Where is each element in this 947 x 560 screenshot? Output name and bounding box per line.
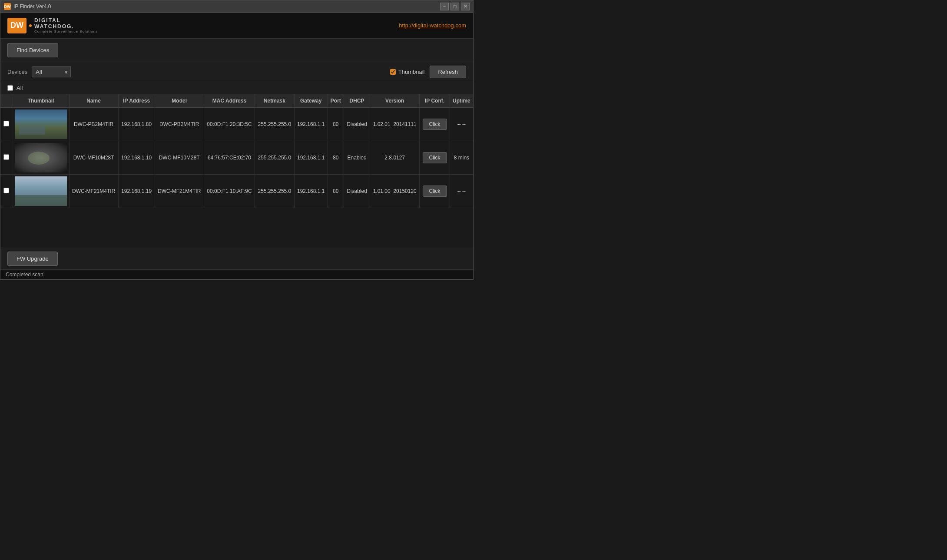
col-port: Port	[328, 94, 344, 108]
col-name: Name	[69, 94, 118, 108]
row-model: DWC-MF21M4TIR	[155, 175, 204, 208]
table-body: DWC-PB2M4TIR 192.168.1.80 DWC-PB2M4TIR 0…	[0, 108, 473, 208]
row-dhcp: Enabled	[344, 141, 370, 175]
row-version: 2.8.0127	[370, 141, 420, 175]
thumbnail-image-1	[15, 143, 67, 172]
toolbar: Find Devices	[0, 39, 473, 62]
empty-area	[0, 208, 473, 234]
all-checkbox[interactable]	[7, 85, 13, 91]
row-version: 1.02.01_20141111	[370, 108, 420, 141]
website-link[interactable]: http://digital-watchdog.com	[399, 22, 466, 29]
filter-select-wrapper: All Camera DVR NVR ▼	[32, 66, 71, 77]
title-bar-left: DW IP Finder Ver4.0	[4, 3, 51, 10]
main-window: DW IP Finder Ver4.0 − □ ✕ DW DIGITALWATC…	[0, 0, 474, 280]
fw-upgrade-button[interactable]: FW Upgrade	[7, 252, 58, 266]
device-table-container: Thumbnail Name IP Address Model MAC Addr…	[0, 94, 473, 248]
row-netmask: 255.255.255.0	[255, 108, 295, 141]
row-ipconf-cell: Click	[420, 175, 450, 208]
logo-text: DIGITALWATCHDOG.	[34, 17, 98, 30]
col-netmask: Netmask	[255, 94, 295, 108]
thumbnail-image-2	[15, 176, 67, 206]
status-bar: Completed scan!	[0, 269, 473, 279]
dw-icon: DW	[4, 3, 11, 10]
thumbnail-image-0	[15, 109, 67, 139]
devices-filter-select[interactable]: All Camera DVR NVR	[32, 66, 71, 77]
filter-right: Thumbnail Refresh	[390, 66, 466, 78]
row-model: DWC-PB2M4TIR	[155, 108, 204, 141]
title-bar-controls: − □ ✕	[440, 3, 470, 10]
table-header: Thumbnail Name IP Address Model MAC Addr…	[0, 94, 473, 108]
refresh-button[interactable]: Refresh	[430, 66, 466, 78]
row-thumbnail-cell	[13, 108, 69, 141]
row-dhcp: Disabled	[344, 175, 370, 208]
row-ip: 192.168.1.80	[118, 108, 155, 141]
row-port: 80	[328, 141, 344, 175]
row-ip: 192.168.1.19	[118, 175, 155, 208]
row-ipconf-cell: Click	[420, 141, 450, 175]
logo-text-block: DIGITALWATCHDOG. Complete Surveillance S…	[34, 17, 98, 33]
row-thumbnail-cell	[13, 175, 69, 208]
row-mac: 00:0D:F1:20:3D:5C	[204, 108, 255, 141]
row-checkbox-1[interactable]	[3, 154, 9, 160]
devices-label: Devices	[7, 69, 27, 75]
row-port: 80	[328, 108, 344, 141]
bottom-bar: FW Upgrade	[0, 248, 473, 269]
col-ip: IP Address	[118, 94, 155, 108]
ip-conf-button-1[interactable]: Click	[423, 152, 447, 163]
minimize-button[interactable]: −	[440, 3, 449, 10]
row-name: DWC-MF10M28T	[69, 141, 118, 175]
col-dhcp: DHCP	[344, 94, 370, 108]
filter-left: Devices All Camera DVR NVR ▼	[7, 66, 71, 77]
row-mac: 00:0D:F1:10:AF:9C	[204, 175, 255, 208]
row-port: 80	[328, 175, 344, 208]
row-name: DWC-PB2M4TIR	[69, 108, 118, 141]
row-netmask: 255.255.255.0	[255, 141, 295, 175]
row-netmask: 255.255.255.0	[255, 175, 295, 208]
row-dhcp: Disabled	[344, 108, 370, 141]
all-label: All	[17, 85, 23, 91]
status-message: Completed scan!	[6, 272, 45, 278]
table-row: DWC-PB2M4TIR 192.168.1.80 DWC-PB2M4TIR 0…	[0, 108, 473, 141]
row-gateway: 192.168.1.1	[294, 108, 328, 141]
thumbnail-label: Thumbnail	[398, 69, 425, 75]
row-checkbox-cell	[0, 108, 13, 141]
row-uptime: -- --	[450, 175, 473, 208]
row-checkbox-cell	[0, 141, 13, 175]
logo-dot	[29, 24, 32, 27]
row-name: DWC-MF21M4TIR	[69, 175, 118, 208]
row-thumbnail-cell	[13, 141, 69, 175]
logo-dw: DW	[7, 18, 26, 33]
filter-bar: Devices All Camera DVR NVR ▼ Thumbnail R…	[0, 62, 473, 82]
ip-conf-button-2[interactable]: Click	[423, 186, 447, 197]
col-version: Version	[370, 94, 420, 108]
row-ipconf-cell: Click	[420, 108, 450, 141]
title-bar: DW IP Finder Ver4.0 − □ ✕	[0, 0, 473, 13]
row-model: DWC-MF10M28T	[155, 141, 204, 175]
all-check-row: All	[0, 82, 473, 94]
row-checkbox-2[interactable]	[3, 188, 9, 193]
row-mac: 64:76:57:CE:02:70	[204, 141, 255, 175]
row-checkbox-cell	[0, 175, 13, 208]
row-checkbox-0[interactable]	[3, 121, 9, 126]
row-gateway: 192.168.1.1	[294, 141, 328, 175]
row-gateway: 192.168.1.1	[294, 175, 328, 208]
row-ip: 192.168.1.10	[118, 141, 155, 175]
thumbnail-checkbox-area: Thumbnail	[390, 69, 425, 75]
col-gateway: Gateway	[294, 94, 328, 108]
close-button[interactable]: ✕	[461, 3, 470, 10]
row-uptime: 8 mins	[450, 141, 473, 175]
find-devices-button[interactable]: Find Devices	[7, 43, 58, 57]
col-ipconf: IP Conf.	[420, 94, 450, 108]
col-mac: MAC Address	[204, 94, 255, 108]
col-checkbox	[0, 94, 13, 108]
window-title: IP Finder Ver4.0	[13, 3, 51, 10]
ip-conf-button-0[interactable]: Click	[423, 119, 447, 130]
row-uptime: -- --	[450, 108, 473, 141]
col-model: Model	[155, 94, 204, 108]
table-row: DWC-MF21M4TIR 192.168.1.19 DWC-MF21M4TIR…	[0, 175, 473, 208]
device-table: Thumbnail Name IP Address Model MAC Addr…	[0, 94, 473, 208]
thumbnail-checkbox[interactable]	[390, 69, 396, 75]
header: DW DIGITALWATCHDOG. Complete Surveillanc…	[0, 13, 473, 39]
maximize-button[interactable]: □	[450, 3, 459, 10]
logo-area: DW DIGITALWATCHDOG. Complete Surveillanc…	[7, 17, 98, 33]
